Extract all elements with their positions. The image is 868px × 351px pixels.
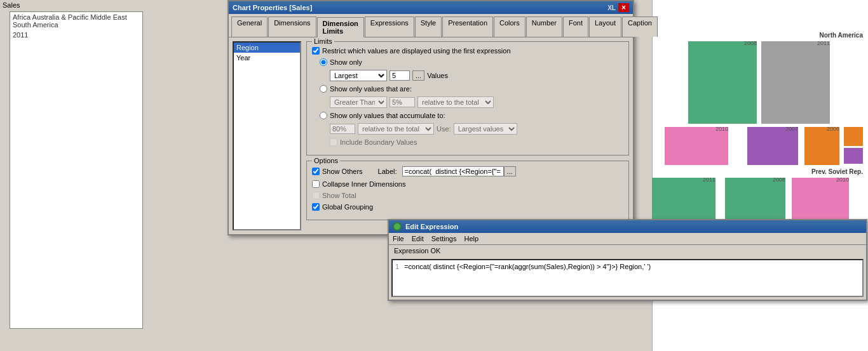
sales-list-item: Africa Australia & Pacific Middle East S…: [10, 12, 142, 30]
show-only-radio[interactable]: [320, 58, 327, 66]
menu-edit[interactable]: Edit: [412, 235, 424, 242]
options-group-label: Options: [312, 157, 340, 164]
show-only-number-input[interactable]: [390, 70, 410, 81]
global-grouping-text: Global Grouping: [322, 203, 373, 211]
largest-dropdown-wrapper: Largest: [330, 70, 387, 81]
chart-properties-dialog: Chart Properties [Sales] XL × General Di…: [227, 0, 634, 235]
collapse-inner-label[interactable]: Collapse Inner Dimensions: [312, 180, 405, 188]
menu-file[interactable]: File: [393, 235, 404, 242]
bar-small-1: [844, 127, 863, 146]
show-others-row: Show Others Label: ...: [312, 166, 623, 176]
dialog-tabs: General Dimensions Dimension Limits Expr…: [229, 14, 633, 37]
show-total-row: Show Total: [312, 192, 623, 199]
dialog-content: Region Year Limits Restrict which values…: [229, 37, 633, 234]
restrict-row: Restrict which values are displayed usin…: [312, 47, 623, 55]
use-dropdown[interactable]: Largest values: [454, 123, 517, 135]
options-group: Options Show Others Label: ...: [306, 161, 629, 220]
relative-total-dropdown[interactable]: relative to the total: [417, 96, 494, 108]
show-total-text: Show Total: [322, 192, 356, 199]
edit-expr-icon: [393, 222, 402, 231]
year-2008-label: 2008: [744, 40, 757, 46]
tab-dimension-limits[interactable]: Dimension Limits: [317, 17, 364, 37]
dialog-title-text: Chart Properties [Sales]: [233, 4, 312, 11]
tab-colors[interactable]: Colors: [494, 17, 526, 37]
condition-dropdown[interactable]: Greater Than: [330, 96, 387, 108]
year-2008b-label: 2008: [773, 176, 785, 183]
year-2011b-label: 2011: [703, 176, 715, 183]
prev-soviet-label: Prev. Soviet Rep.: [811, 168, 863, 175]
show-others-text: Show Others: [322, 168, 363, 175]
show-accumulate-controls: relative to the total Use: Largest value…: [330, 123, 623, 135]
include-boundary-label[interactable]: Include Boundary Values: [330, 138, 417, 146]
use-label: Use:: [437, 125, 451, 133]
show-only-row: Show only: [320, 58, 623, 66]
label-input[interactable]: [402, 166, 504, 176]
year-2007-label: 2007: [785, 126, 798, 132]
show-accumulate-label: Show only values that accumulate to:: [330, 112, 445, 119]
bar-2007-purple: [747, 127, 798, 165]
tab-style[interactable]: Style: [415, 17, 442, 37]
tab-font[interactable]: Font: [563, 17, 588, 37]
label-ellipsis-btn[interactable]: ...: [504, 166, 516, 176]
collapse-inner-text: Collapse Inner Dimensions: [322, 180, 405, 188]
include-boundary-checkbox[interactable]: [330, 138, 337, 146]
tab-presentation[interactable]: Presentation: [442, 17, 493, 37]
limits-group-label: Limits: [312, 37, 334, 45]
accumulate-percent-input[interactable]: [330, 124, 355, 134]
global-grouping-row: Global Grouping: [312, 203, 623, 211]
bar-2008b-green: [725, 178, 785, 222]
tab-number[interactable]: Number: [526, 17, 562, 37]
menu-settings[interactable]: Settings: [431, 235, 457, 242]
show-values-radio[interactable]: [320, 85, 327, 93]
include-boundary-row: Include Boundary Values: [330, 138, 623, 146]
global-grouping-label[interactable]: Global Grouping: [312, 203, 373, 211]
bar-2011-teal: [652, 178, 715, 222]
left-panel: Sales Africa Australia & Pacific Middle …: [0, 0, 229, 351]
limits-group: Limits Restrict which values are display…: [306, 41, 629, 156]
edit-expr-title-bar: Edit Expression: [389, 220, 866, 233]
sales-list: Africa Australia & Pacific Middle East S…: [10, 11, 143, 329]
show-accumulate-radio[interactable]: [320, 112, 327, 119]
accumulate-relative-dropdown[interactable]: relative to the total: [358, 123, 434, 135]
tab-dimensions[interactable]: Dimensions: [268, 17, 316, 37]
restrict-checkbox-label[interactable]: Restrict which values are displayed usin…: [312, 47, 511, 55]
bar-2008-green: [688, 41, 757, 124]
tab-expressions[interactable]: Expressions: [365, 17, 414, 37]
collapse-inner-checkbox[interactable]: [312, 180, 320, 188]
dim-item-year[interactable]: Year: [234, 53, 300, 63]
show-total-checkbox[interactable]: [312, 192, 320, 199]
menu-help[interactable]: Help: [464, 235, 478, 242]
expression-text-area[interactable]: 1=concat( distinct {<Region={"=rank(aggr…: [391, 259, 864, 297]
show-others-label[interactable]: Show Others: [312, 168, 363, 175]
restrict-checkbox[interactable]: [312, 47, 320, 55]
collapse-inner-row: Collapse Inner Dimensions: [312, 180, 623, 188]
tab-general[interactable]: General: [231, 17, 268, 37]
show-accumulate-row: Show only values that accumulate to:: [320, 112, 623, 119]
label-label: Label:: [378, 168, 397, 175]
year-2011-label: 2011: [817, 40, 830, 46]
restrict-label-text: Restrict which values are displayed usin…: [322, 47, 511, 55]
year-2010-label: 2010: [715, 126, 728, 132]
label-input-wrapper: ...: [402, 166, 516, 176]
percentage-input[interactable]: [390, 97, 415, 107]
show-others-checkbox[interactable]: [312, 168, 320, 175]
tab-layout[interactable]: Layout: [589, 17, 621, 37]
edit-expr-title-text: Edit Expression: [405, 223, 458, 230]
north-america-label: North America: [819, 32, 863, 39]
largest-dropdown[interactable]: Largest: [330, 70, 387, 81]
show-total-label[interactable]: Show Total: [312, 192, 356, 199]
dialog-close-btn[interactable]: ×: [618, 3, 629, 12]
right-content: Limits Restrict which values are display…: [306, 41, 629, 230]
ellipsis-button[interactable]: ...: [412, 70, 424, 81]
show-only-controls: Largest ... Values: [330, 70, 623, 81]
line-number: 1: [395, 263, 404, 270]
bar-2010-pink: [665, 127, 728, 165]
values-label: Values: [427, 72, 448, 79]
dim-item-region[interactable]: Region: [234, 43, 300, 53]
show-only-label: Show only: [330, 58, 362, 66]
edit-expression-dialog: Edit Expression File Edit Settings Help …: [388, 219, 867, 301]
tab-caption[interactable]: Caption: [622, 17, 658, 37]
bar-small-2: [844, 148, 863, 164]
edit-expr-menubar: File Edit Settings Help: [389, 233, 866, 245]
global-grouping-checkbox[interactable]: [312, 203, 320, 211]
